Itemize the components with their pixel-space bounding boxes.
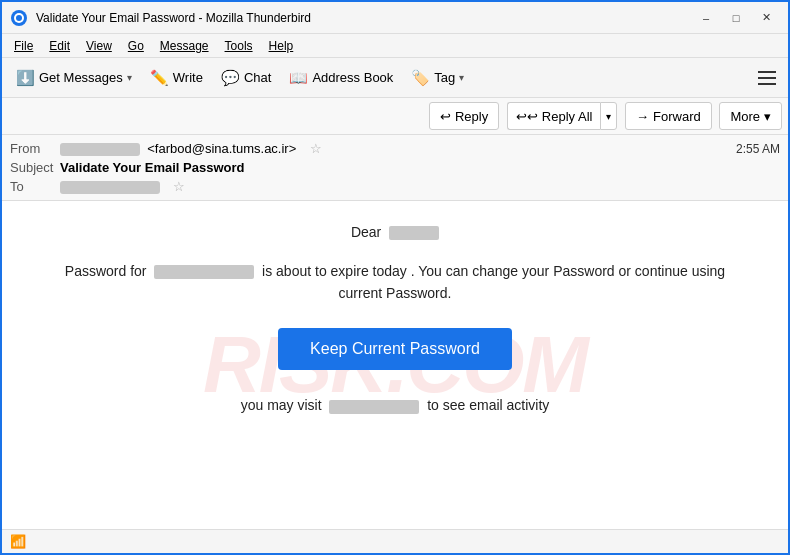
status-icon: 📶 bbox=[10, 534, 26, 549]
greeting-text: Dear bbox=[351, 224, 381, 240]
email-header: From <farbod@sina.tums.ac.ir> ☆ 2:55 AM … bbox=[2, 135, 788, 201]
svg-point-2 bbox=[16, 15, 22, 21]
menu-view[interactable]: View bbox=[78, 37, 120, 55]
get-messages-button[interactable]: ⬇️ Get Messages ▾ bbox=[8, 62, 140, 94]
reply-all-dropdown[interactable]: ▾ bbox=[600, 102, 617, 130]
get-messages-arrow[interactable]: ▾ bbox=[127, 72, 132, 83]
forward-icon: → bbox=[636, 109, 649, 124]
maximize-button[interactable]: □ bbox=[722, 8, 750, 28]
hamburger-line-3 bbox=[758, 83, 776, 85]
subject-label: Subject bbox=[10, 160, 60, 175]
from-value: <farbod@sina.tums.ac.ir> ☆ bbox=[60, 141, 736, 156]
menu-file[interactable]: File bbox=[6, 37, 41, 55]
to-value: ☆ bbox=[60, 179, 780, 194]
email-timestamp: 2:55 AM bbox=[736, 142, 780, 156]
from-star-icon[interactable]: ☆ bbox=[310, 141, 322, 156]
from-row: From <farbod@sina.tums.ac.ir> ☆ 2:55 AM bbox=[10, 139, 780, 158]
write-icon: ✏️ bbox=[150, 69, 169, 87]
line1-pre: Password for bbox=[65, 263, 147, 279]
more-label: More bbox=[730, 109, 760, 124]
line1-post: is about to expire today . You can chang… bbox=[262, 263, 725, 301]
from-blurred bbox=[60, 143, 140, 156]
status-bar: 📶 bbox=[2, 529, 788, 553]
menu-tools[interactable]: Tools bbox=[217, 37, 261, 55]
title-bar: Validate Your Email Password - Mozilla T… bbox=[2, 2, 788, 34]
to-label: To bbox=[10, 179, 60, 194]
visit-blurred bbox=[329, 400, 419, 414]
action-bar: ↩ Reply ↩↩ Reply All ▾ → Forward More ▾ bbox=[2, 98, 788, 135]
address-book-icon: 📖 bbox=[289, 69, 308, 87]
menu-message[interactable]: Message bbox=[152, 37, 217, 55]
close-button[interactable]: ✕ bbox=[752, 8, 780, 28]
tag-label: Tag bbox=[434, 70, 455, 85]
hamburger-menu[interactable] bbox=[752, 63, 782, 93]
dear-blurred bbox=[389, 226, 439, 240]
menu-help[interactable]: Help bbox=[261, 37, 302, 55]
to-star-icon[interactable]: ☆ bbox=[173, 179, 185, 194]
line1-blurred bbox=[154, 265, 254, 279]
to-row: To ☆ bbox=[10, 177, 780, 196]
app-icon bbox=[10, 9, 28, 27]
chat-button[interactable]: 💬 Chat bbox=[213, 62, 279, 94]
menu-edit[interactable]: Edit bbox=[41, 37, 78, 55]
subject-text: Validate Your Email Password bbox=[60, 160, 780, 175]
more-button[interactable]: More ▾ bbox=[719, 102, 782, 130]
get-messages-icon: ⬇️ bbox=[16, 69, 35, 87]
from-address: <farbod@sina.tums.ac.ir> bbox=[147, 141, 296, 156]
more-arrow: ▾ bbox=[764, 109, 771, 124]
reply-label: Reply bbox=[455, 109, 488, 124]
reply-all-icon: ↩↩ bbox=[516, 109, 538, 124]
menu-bar: File Edit View Go Message Tools Help bbox=[2, 34, 788, 58]
get-messages-label: Get Messages bbox=[39, 70, 123, 85]
email-content: Dear Password for is about to expire tod… bbox=[42, 221, 748, 417]
write-label: Write bbox=[173, 70, 203, 85]
reply-all-button[interactable]: ↩↩ Reply All bbox=[507, 102, 601, 130]
address-book-button[interactable]: 📖 Address Book bbox=[281, 62, 401, 94]
body-paragraph: Password for is about to expire today . … bbox=[42, 260, 748, 305]
greeting-paragraph: Dear bbox=[42, 221, 748, 243]
tag-button[interactable]: 🏷️ Tag ▾ bbox=[403, 62, 472, 94]
chat-label: Chat bbox=[244, 70, 271, 85]
toolbar: ⬇️ Get Messages ▾ ✏️ Write 💬 Chat 📖 Addr… bbox=[2, 58, 788, 98]
write-button[interactable]: ✏️ Write bbox=[142, 62, 211, 94]
window-title: Validate Your Email Password - Mozilla T… bbox=[36, 11, 692, 25]
reply-all-label: Reply All bbox=[542, 109, 593, 124]
visit-post: to see email activity bbox=[427, 397, 549, 413]
hamburger-line-1 bbox=[758, 71, 776, 73]
visit-paragraph: you may visit to see email activity bbox=[42, 394, 748, 416]
reply-button[interactable]: ↩ Reply bbox=[429, 102, 499, 130]
from-label: From bbox=[10, 141, 60, 156]
tag-arrow[interactable]: ▾ bbox=[459, 72, 464, 83]
chat-icon: 💬 bbox=[221, 69, 240, 87]
menu-go[interactable]: Go bbox=[120, 37, 152, 55]
forward-label: Forward bbox=[653, 109, 701, 124]
reply-icon: ↩ bbox=[440, 109, 451, 124]
subject-row: Subject Validate Your Email Password bbox=[10, 158, 780, 177]
email-body: RISK.COM Dear Password for is about to e… bbox=[2, 201, 788, 529]
main-window: Validate Your Email Password - Mozilla T… bbox=[0, 0, 790, 555]
hamburger-line-2 bbox=[758, 77, 776, 79]
address-book-label: Address Book bbox=[312, 70, 393, 85]
visit-pre: you may visit bbox=[241, 397, 322, 413]
forward-button[interactable]: → Forward bbox=[625, 102, 712, 130]
keep-password-button[interactable]: Keep Current Password bbox=[278, 328, 512, 370]
minimize-button[interactable]: – bbox=[692, 8, 720, 28]
window-controls: – □ ✕ bbox=[692, 8, 780, 28]
tag-icon: 🏷️ bbox=[411, 69, 430, 87]
reply-all-split: ↩↩ Reply All ▾ bbox=[507, 102, 618, 130]
to-blurred bbox=[60, 181, 160, 194]
